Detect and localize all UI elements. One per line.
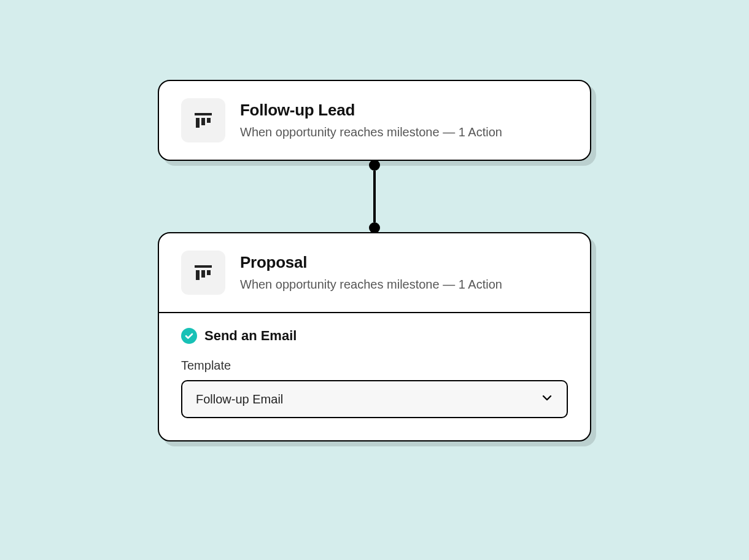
connector-dot-top (369, 160, 380, 171)
svg-rect-1 (196, 118, 200, 128)
trigger-card-header: Follow-up Lead When opportunity reaches … (159, 81, 590, 160)
svg-rect-0 (195, 113, 212, 115)
trigger-text: Follow-up Lead When opportunity reaches … (240, 101, 568, 141)
pipeline-icon (181, 98, 225, 142)
connector (369, 160, 380, 233)
chevron-down-icon (541, 392, 553, 406)
action-section: Send an Email Template Follow-up Email (159, 313, 590, 440)
template-label: Template (181, 359, 568, 373)
trigger-card[interactable]: Follow-up Lead When opportunity reaches … (158, 80, 591, 161)
trigger-title: Follow-up Lead (240, 101, 568, 120)
svg-rect-7 (207, 270, 211, 275)
svg-rect-3 (207, 118, 211, 123)
template-select[interactable]: Follow-up Email (181, 380, 568, 418)
pipeline-icon (181, 251, 225, 295)
svg-rect-5 (196, 270, 200, 280)
connector-line (373, 171, 376, 222)
action-title: Send an Email (204, 328, 297, 344)
svg-rect-4 (195, 265, 212, 268)
node-subtitle: When opportunity reaches milestone — 1 A… (240, 276, 568, 293)
template-select-value: Follow-up Email (196, 392, 283, 406)
trigger-subtitle: When opportunity reaches milestone — 1 A… (240, 123, 568, 141)
node-text: Proposal When opportunity reaches milest… (240, 253, 568, 293)
node-title: Proposal (240, 253, 568, 272)
workflow-canvas: Follow-up Lead When opportunity reaches … (0, 0, 749, 560)
node-card[interactable]: Proposal When opportunity reaches milest… (158, 232, 591, 441)
svg-rect-2 (201, 118, 205, 125)
svg-rect-6 (201, 270, 205, 278)
node-card-header: Proposal When opportunity reaches milest… (159, 233, 590, 312)
action-header-row: Send an Email (181, 328, 568, 344)
checkmark-icon (181, 328, 197, 344)
